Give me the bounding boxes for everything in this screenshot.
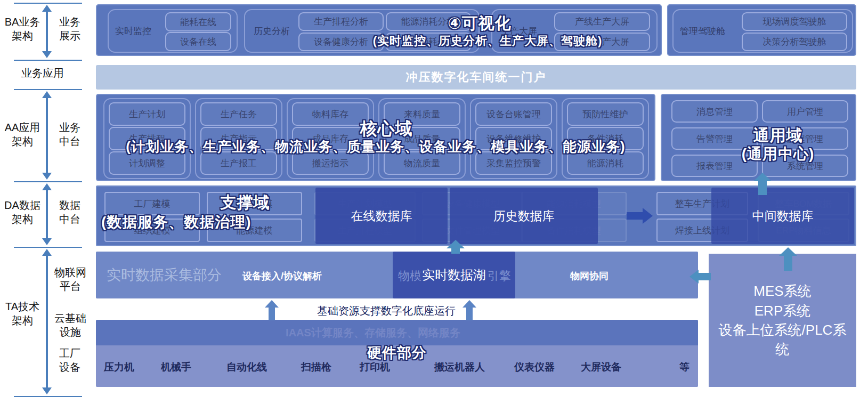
label-factory-equipment: 工厂 设备 <box>52 346 87 374</box>
box-core-item: 生产排程 <box>109 127 185 150</box>
label-data-middle-platform: 数据 中台 <box>52 198 87 226</box>
obscured-label-fragment: 引擎 <box>488 268 511 284</box>
label-iot-platform: 物联网 平台 <box>50 265 91 293</box>
box-organization-modeling: 组织建模 <box>104 219 200 242</box>
arrow-up-icon <box>265 300 279 320</box>
label-business-display: 业务 展示 <box>52 15 87 43</box>
arrow-up-icon <box>779 247 797 271</box>
band-core-domain: 生产计划 生产排程 计划调整 生产任务 生产指示 生产报工 物料库存 成品库存 … <box>96 94 655 181</box>
box-workshop-screen: 车间生产大屏 <box>554 33 650 51</box>
band-title: 实时数据采集部分 <box>107 265 222 285</box>
iaas-label: IAAS计算服务、存储服务、网络服务 <box>286 326 460 340</box>
box-energy-modeling: 能源建模 <box>207 219 302 242</box>
label-ba-architecture: BA业务 架构 <box>0 15 45 43</box>
hw-item: 等 <box>679 360 689 374</box>
box-core-item: 成品质量 <box>384 127 460 150</box>
box-core-item: 设备台账管理 <box>475 102 552 126</box>
box-energy-analysis: 能源消耗分析 <box>386 12 471 31</box>
box-equipment-health-analysis: 设备健康分析 <box>298 33 384 51</box>
box-core-item: 来料质量 <box>384 102 460 126</box>
hw-item: 机械手 <box>161 360 191 374</box>
box-line-screen: 产线生产大屏 <box>554 12 650 31</box>
arrow-up-icon <box>447 240 465 254</box>
box-history-database: 历史数据库 <box>450 188 598 244</box>
box-energy-online: 能耗在线 <box>165 12 231 31</box>
band-unified-portal: 冲压数字化车间统一门户 <box>96 65 856 90</box>
box-core-item: 预防性维护 <box>567 102 644 126</box>
label-cloud-infrastructure: 云基础 设施 <box>50 311 91 339</box>
divider <box>14 396 82 397</box>
group-label: 生产大屏 <box>501 25 537 37</box>
label-aa-architecture: AA应用 架构 <box>0 120 45 148</box>
hw-item: 大屏设备 <box>581 360 621 374</box>
group-realtime-monitor: 实时监控 能耗在线 设备在线 <box>108 9 238 53</box>
box-core-item: 能源消耗 <box>567 151 644 175</box>
box-equipment-modeling: 设备建模 <box>207 192 302 215</box>
hw-item: 搬运机器人 <box>434 360 485 374</box>
box-external-systems: MES系统 ERP系统 设备上位系统/PLC系统 <box>709 254 856 387</box>
box-core-item: 备件消耗 <box>567 127 644 150</box>
band-cockpit: 管理驾驶舱 现场调度驾驶舱 决策分析驾驶舱 <box>667 4 856 56</box>
column-plan: 生产计划 生产排程 计划调整 <box>103 98 191 179</box>
label-business-middle-platform: 业务 中台 <box>52 120 87 148</box>
strip-iaas: IAAS计算服务、存储服务、网络服务 <box>96 320 698 345</box>
band-support-domain: 工厂建模 设备建模 组织建模 能源建模 生产计划模型 设备健康模型 能源消耗模型… <box>96 185 856 246</box>
band-common-domain: 消息管理 用户管理 告警管理 流程管理 报表管理 系统管理 <box>661 94 856 181</box>
hardware-lower: 压力机 机械手 自动化线 扫描枪 打印机 搬运机器人 仪表仪器 大屏设备 等 <box>96 345 698 387</box>
box-spare-parts-analysis: 备件消耗分析 <box>386 33 471 51</box>
label-foundation-support: 基础资源支撑数字化底座运行 <box>306 304 466 318</box>
box-field-dispatch-cockpit: 现场调度驾驶舱 <box>742 12 847 31</box>
divider <box>14 89 82 90</box>
band-realtime-collection: 实时数据采集部分 设备接入/协议解析 物模 引擎 实时数据湖 物网协同 <box>96 252 698 298</box>
box-system-mgmt: 系统管理 <box>762 155 848 177</box>
label-iot-collaboration: 物网协同 <box>570 270 609 282</box>
box-core-item: 生产报工 <box>200 151 277 175</box>
arrow-up-icon <box>753 173 772 195</box>
box-core-item: 搬运指示 <box>292 151 369 175</box>
group-label: 管理驾驶舱 <box>680 25 725 37</box>
box-core-item: 生产指示 <box>200 127 277 150</box>
band-hardware: IAAS计算服务、存储服务、网络服务 压力机 机械手 自动化线 扫描枪 打印机 … <box>96 320 698 387</box>
divider <box>14 60 82 61</box>
column-production: 生产任务 生产指示 生产报工 <box>195 98 282 179</box>
box-core-item: 计划调整 <box>109 151 185 175</box>
band-visualization: 实时监控 能耗在线 设备在线 历史分析 生产排程分析 能源消耗分析 设备健康分析… <box>96 4 662 56</box>
hw-item: 扫描枪 <box>301 360 331 374</box>
box-online-database: 在线数据库 <box>315 188 448 244</box>
column-equipment: 设备台账管理 设备维修维护 采集监控预警 <box>470 98 557 179</box>
architecture-diagram: BA业务 架构 业务 展示 业务应用 AA应用 架构 业务 中台 DA数据 架构… <box>0 0 868 404</box>
label-device-access: 设备接入/协议解析 <box>242 270 322 282</box>
arrow-up-icon <box>463 300 476 320</box>
box-core-item: 采集监控预警 <box>475 151 552 175</box>
arrow-left-icon <box>689 270 711 284</box>
box-message-mgmt: 消息管理 <box>671 100 758 123</box>
column-maintenance: 预防性维护 备件消耗 能源消耗 <box>562 98 649 179</box>
box-core-item: 物料库存 <box>292 102 369 126</box>
column-quality: 来料质量 成品质量 物流质量 <box>378 98 466 179</box>
divider <box>14 247 82 248</box>
box-middle-database: 中间数据库 <box>711 188 854 244</box>
group-management-cockpit: 管理驾驶舱 现场调度驾驶舱 决策分析驾驶舱 <box>672 9 853 53</box>
box-alarm-mgmt: 告警管理 <box>671 127 758 150</box>
box-core-item: 设备维修维护 <box>475 127 552 150</box>
arrow-right-icon <box>627 208 653 224</box>
box-core-item: 生产任务 <box>200 102 277 126</box>
box-core-item: 成品库存 <box>292 127 369 150</box>
group-label: 历史分析 <box>254 25 290 37</box>
label-business-application: 业务应用 <box>5 66 80 80</box>
group-production-screen: 生产大屏 产线生产大屏 车间生产大屏 <box>491 9 658 53</box>
box-report-mgmt: 报表管理 <box>671 155 758 177</box>
box-core-item: 生产计划 <box>109 102 185 126</box>
hw-item: 压力机 <box>104 360 134 374</box>
obscured-label-fragment: 物模 <box>398 268 421 284</box>
box-decision-analysis-cockpit: 决策分析驾驶舱 <box>742 33 847 51</box>
hw-item: 打印机 <box>360 360 390 374</box>
box-core-item: 物流质量 <box>384 151 460 175</box>
divider <box>14 3 82 4</box>
box-process-mgmt: 流程管理 <box>762 127 848 150</box>
box-realtime-data-lake: 物模 引擎 实时数据湖 <box>393 252 515 298</box>
column-logistics: 物料库存 成品库存 搬运指示 <box>287 98 374 179</box>
data-lake-label: 实时数据湖 <box>422 266 486 284</box>
divider <box>14 181 82 182</box>
box-factory-modeling: 工厂建模 <box>104 192 200 215</box>
